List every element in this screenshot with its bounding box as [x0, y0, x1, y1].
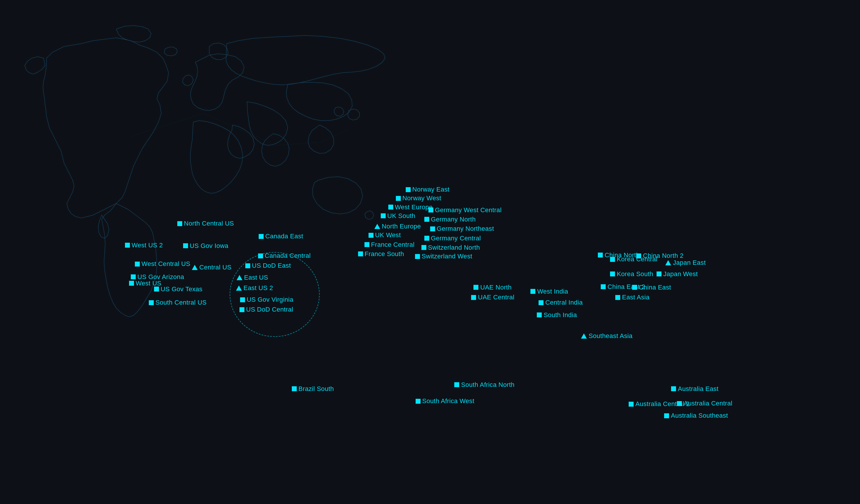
region-us-dod-east: US DoD East: [245, 262, 291, 270]
australia-central-icon: [677, 401, 682, 406]
east-us-label: East US: [244, 274, 268, 282]
australia-central-2-icon: [629, 402, 634, 407]
japan-east-label: Japan East: [673, 259, 706, 267]
east-us-2-icon: [236, 285, 242, 291]
southeast-asia-label: Southeast Asia: [589, 332, 632, 340]
region-east-asia: East Asia: [615, 293, 649, 301]
uk-south-label: UK South: [387, 212, 416, 220]
region-uk-south: UK South: [381, 212, 416, 220]
switzerland-west-icon: [415, 254, 420, 259]
germany-west-central-icon: [428, 207, 433, 213]
central-us-label: Central US: [199, 264, 232, 271]
region-australia-central: Australia Central: [677, 400, 732, 407]
region-us-gov-iowa: US Gov Iowa: [183, 242, 228, 250]
region-west-us-2: West US 2: [125, 242, 163, 249]
region-southeast-asia: Southeast Asia: [581, 332, 632, 340]
east-us-2-label: East US 2: [244, 284, 273, 292]
uae-central-label: UAE Central: [478, 293, 514, 301]
east-asia-label: East Asia: [622, 293, 649, 301]
uae-north-label: UAE North: [480, 284, 512, 291]
region-east-us: East US: [236, 274, 268, 282]
region-australia-east: Australia East: [671, 385, 718, 393]
japan-east-icon: [665, 260, 671, 265]
norway-west-label: Norway West: [403, 195, 442, 202]
south-africa-north-icon: [454, 382, 459, 387]
canada-east-icon: [259, 234, 263, 239]
korea-central-label: Korea Central: [617, 256, 657, 263]
region-korea-south: Korea South: [610, 270, 653, 278]
norway-west-icon: [396, 196, 401, 201]
canada-central-label: Canada Central: [265, 252, 311, 260]
germany-central-icon: [424, 236, 429, 241]
region-australia-southeast: Australia Southeast: [664, 412, 728, 419]
west-europe-icon: [388, 205, 393, 210]
west-india-label: West India: [537, 288, 568, 295]
west-us-icon: [129, 281, 134, 286]
region-australia-central-2: Australia Central 2: [629, 400, 690, 408]
australia-central-label: Australia Central: [684, 400, 732, 407]
region-china-east-2: China East 2: [601, 283, 645, 291]
us-gov-texas-label: US Gov Texas: [161, 285, 203, 293]
china-north-icon: [598, 253, 603, 258]
west-central-us-icon: [135, 262, 140, 267]
us-gov-iowa-icon: [183, 243, 188, 248]
central-india-label: Central India: [545, 299, 583, 306]
region-uae-central: UAE Central: [471, 293, 514, 301]
germany-northeast-label: Germany Northeast: [437, 225, 494, 232]
japan-west-icon: [657, 272, 661, 276]
central-india-icon: [539, 300, 544, 305]
norway-east-label: Norway East: [412, 186, 449, 193]
korea-central-icon: [610, 257, 615, 262]
east-us-icon: [236, 275, 242, 280]
south-africa-west-label: South Africa West: [422, 397, 475, 405]
region-south-central-us: South Central US: [149, 299, 207, 306]
region-uae-north: UAE North: [473, 284, 512, 291]
canada-central-icon: [258, 254, 263, 258]
region-uk-west: UK West: [369, 231, 401, 239]
north-central-us-label: North Central US: [184, 220, 234, 227]
us-dod-central-label: US DoD Central: [246, 306, 293, 313]
china-east-2-icon: [601, 284, 606, 289]
brazil-south-icon: [292, 386, 297, 391]
regions-overlay: North Central USUS Gov IowaCentral USWes…: [0, 0, 860, 504]
uk-south-icon: [381, 213, 386, 218]
us-dod-east-label: US DoD East: [252, 262, 291, 270]
france-south-icon: [358, 251, 363, 256]
south-india-label: South India: [544, 311, 577, 319]
region-germany-west-central: Germany West Central: [428, 206, 502, 214]
korea-south-label: Korea South: [617, 270, 653, 278]
north-europe-label: North Europe: [382, 222, 421, 230]
north-europe-icon: [374, 224, 380, 229]
germany-central-label: Germany Central: [431, 234, 481, 242]
china-east-icon: [632, 285, 637, 290]
region-germany-central: Germany Central: [424, 234, 481, 242]
region-france-south: France South: [358, 250, 404, 258]
north-central-us-icon: [177, 221, 182, 226]
germany-northeast-icon: [430, 227, 435, 231]
region-east-us-2: East US 2: [236, 284, 273, 292]
switzerland-north-label: Switzerland North: [428, 244, 480, 251]
us-gov-virginia-label: US Gov Virginia: [247, 296, 293, 303]
region-south-india: South India: [537, 311, 577, 319]
us-gov-virginia-icon: [240, 297, 245, 302]
us-dod-central-icon: [240, 307, 244, 312]
switzerland-north-icon: [421, 245, 426, 250]
china-north-2-icon: [636, 254, 641, 258]
map-container: North Central USUS Gov IowaCentral USWes…: [0, 0, 860, 504]
region-germany-northeast: Germany Northeast: [430, 225, 494, 232]
region-north-europe: North Europe: [374, 222, 421, 230]
region-china-east: China East: [632, 284, 671, 291]
region-west-europe: West Europe: [388, 203, 433, 211]
region-us-gov-virginia: US Gov Virginia: [240, 296, 293, 303]
region-south-africa-north: South Africa North: [454, 381, 514, 389]
region-japan-east: Japan East: [665, 259, 706, 267]
region-us-gov-arizona: US Gov Arizona: [131, 273, 184, 281]
region-germany-north: Germany North: [424, 216, 476, 223]
brazil-south-label: Brazil South: [299, 385, 334, 393]
region-south-africa-west: South Africa West: [416, 397, 475, 405]
south-africa-west-icon: [416, 399, 420, 404]
uk-west-label: UK West: [375, 231, 401, 239]
uae-central-icon: [471, 295, 476, 300]
canada-east-label: Canada East: [266, 232, 303, 240]
uk-west-icon: [369, 233, 373, 238]
